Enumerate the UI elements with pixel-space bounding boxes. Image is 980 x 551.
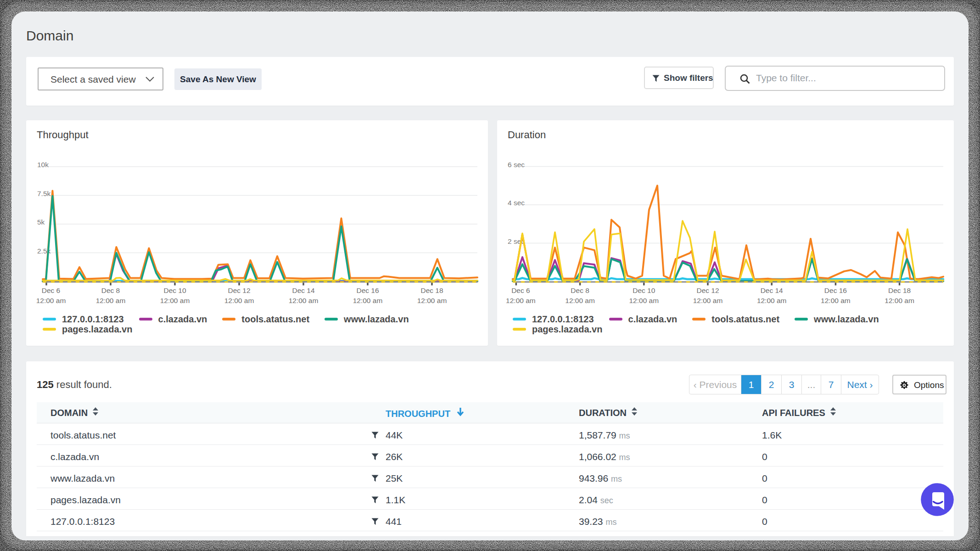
svg-text:Dec 16: Dec 16 [824, 287, 847, 294]
svg-text:12:00 am: 12:00 am [506, 297, 536, 304]
svg-text:Dec 8: Dec 8 [571, 287, 589, 294]
svg-text:6 sec: 6 sec [508, 161, 525, 169]
svg-text:10k: 10k [37, 161, 49, 169]
svg-text:Dec 8: Dec 8 [101, 287, 120, 294]
svg-text:12:00 am: 12:00 am [160, 297, 190, 304]
svg-text:Dec 16: Dec 16 [356, 287, 379, 294]
svg-text:12:00 am: 12:00 am [353, 297, 383, 304]
svg-text:Dec 18: Dec 18 [420, 287, 443, 294]
svg-text:12:00 am: 12:00 am [96, 297, 126, 304]
svg-text:Dec 18: Dec 18 [888, 287, 911, 294]
svg-text:12:00 am: 12:00 am [565, 297, 595, 304]
svg-text:Dec 14: Dec 14 [292, 287, 314, 294]
svg-text:4 sec: 4 sec [508, 199, 525, 207]
svg-text:12:00 am: 12:00 am [693, 297, 723, 304]
svg-text:Dec 10: Dec 10 [633, 287, 655, 294]
svg-text:12:00 am: 12:00 am [417, 297, 447, 304]
svg-text:Dec 14: Dec 14 [761, 287, 783, 294]
svg-text:12:00 am: 12:00 am [36, 297, 66, 304]
svg-text:Dec 12: Dec 12 [228, 287, 250, 294]
svg-text:12:00 am: 12:00 am [821, 297, 851, 304]
svg-text:12:00 am: 12:00 am [224, 297, 254, 304]
svg-text:7.5k: 7.5k [37, 190, 51, 197]
svg-text:12:00 am: 12:00 am [885, 297, 914, 304]
svg-text:Dec 10: Dec 10 [163, 287, 186, 294]
svg-text:Dec 6: Dec 6 [42, 287, 61, 294]
svg-text:12:00 am: 12:00 am [629, 297, 659, 304]
svg-text:12:00 am: 12:00 am [757, 297, 787, 304]
svg-text:Dec 6: Dec 6 [511, 287, 530, 294]
svg-text:5k: 5k [37, 218, 45, 226]
svg-text:Dec 12: Dec 12 [696, 287, 719, 294]
svg-text:12:00 am: 12:00 am [289, 297, 319, 304]
